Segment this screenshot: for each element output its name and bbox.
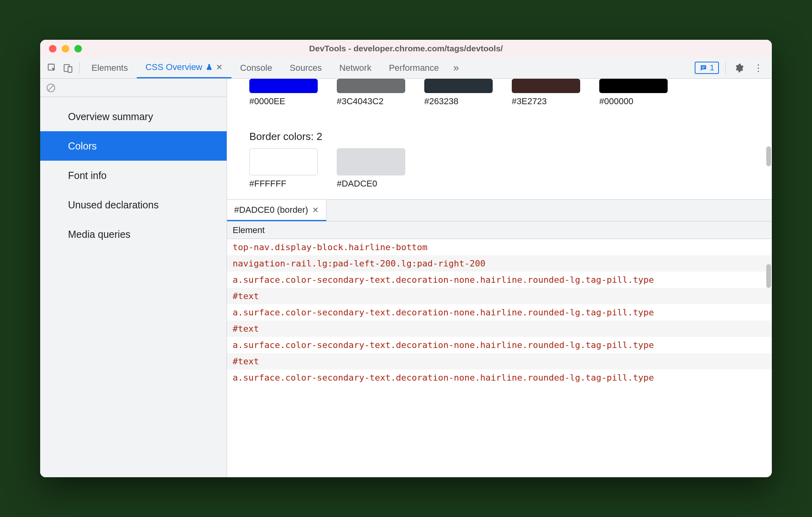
tab-network[interactable]: Network [330, 57, 380, 78]
settings-icon[interactable] [729, 63, 749, 73]
swatch-chip[interactable] [512, 79, 580, 93]
inspect-element-icon[interactable] [44, 60, 60, 76]
element-row[interactable]: a.surface.color-secondary-text.decoratio… [227, 272, 772, 288]
swatch-label: #3E2723 [512, 96, 547, 107]
close-tab-icon[interactable]: ✕ [216, 62, 223, 72]
color-swatch[interactable]: #263238 [424, 79, 493, 107]
tab-label: Network [339, 63, 371, 73]
element-list: top-nav.display-block.hairline-bottomnav… [227, 239, 772, 477]
element-row[interactable]: a.surface.color-secondary-text.decoratio… [227, 337, 772, 353]
swatch-label: #DADCE0 [337, 179, 377, 189]
sidebar-item-label: Media queries [68, 229, 130, 240]
swatch-chip[interactable] [424, 79, 493, 93]
devtools-toolbar: Elements CSS Overview ✕ Console Sources … [40, 57, 772, 79]
panel-tabstrip: Elements CSS Overview ✕ Console Sources … [83, 57, 448, 78]
swatch-chip[interactable] [249, 79, 318, 93]
sidebar-item-label: Unused declarations [68, 199, 159, 211]
element-row[interactable]: #text [227, 288, 772, 304]
color-swatch[interactable]: #3E2723 [512, 79, 580, 107]
swatch-chip[interactable] [337, 148, 405, 175]
tab-console[interactable]: Console [231, 57, 281, 78]
traffic-lights [40, 45, 82, 52]
sidebar-item-label: Font info [68, 170, 107, 181]
tab-elements[interactable]: Elements [83, 57, 137, 78]
sidebar-item-colors[interactable]: Colors [40, 131, 227, 161]
css-overview-sidebar: Overview summary Colors Font info Unused… [40, 79, 227, 477]
scrollbar-thumb[interactable] [766, 146, 771, 166]
element-row[interactable]: a.surface.color-secondary-text.decoratio… [227, 304, 772, 321]
tab-performance[interactable]: Performance [380, 57, 448, 78]
titlebar: DevTools - developer.chrome.com/tags/dev… [40, 40, 772, 57]
sidebar-nav: Overview summary Colors Font info Unused… [40, 97, 227, 249]
element-row[interactable]: top-nav.display-block.hairline-bottom [227, 239, 772, 255]
sidebar-item-font-info[interactable]: Font info [40, 161, 227, 190]
border-swatch-row: #FFFFFF#DADCE0 [227, 148, 772, 199]
window-title: DevTools - developer.chrome.com/tags/dev… [40, 44, 772, 53]
tab-css-overview[interactable]: CSS Overview ✕ [137, 57, 231, 78]
color-swatch[interactable]: #3C4043C2 [337, 79, 405, 107]
more-options-icon[interactable]: ⋮ [749, 62, 768, 74]
color-swatch[interactable]: #0000EE [249, 79, 318, 107]
issues-counter[interactable]: 1 [695, 62, 719, 74]
message-icon [699, 64, 707, 72]
swatch-chip[interactable] [249, 148, 318, 175]
element-row[interactable]: #text [227, 321, 772, 337]
sidebar-item-label: Overview summary [68, 111, 153, 122]
more-tabs-icon[interactable]: » [448, 62, 464, 74]
swatch-label: #0000EE [249, 96, 286, 107]
swatch-label: #000000 [599, 96, 633, 107]
css-overview-main: #0000EE#3C4043C2#263238#3E2723#000000 Bo… [227, 79, 772, 477]
sidebar-item-label: Colors [68, 140, 97, 152]
separator [79, 62, 80, 74]
device-toolbar-icon[interactable] [60, 60, 76, 76]
svg-rect-4 [702, 68, 704, 68]
flask-icon [206, 64, 213, 71]
detail-tabbar: #DADCE0 (border) ✕ [227, 199, 772, 222]
separator [725, 62, 726, 74]
detail-tab[interactable]: #DADCE0 (border) ✕ [227, 200, 326, 221]
color-swatch[interactable]: #DADCE0 [337, 148, 405, 189]
tab-sources[interactable]: Sources [281, 57, 330, 78]
svg-rect-2 [68, 66, 72, 72]
svg-rect-3 [702, 66, 705, 67]
tab-label: Elements [91, 63, 128, 73]
sidebar-item-media-queries[interactable]: Media queries [40, 220, 227, 249]
border-colors-heading: Border colors: 2 [227, 111, 772, 148]
color-swatch[interactable]: #000000 [599, 79, 668, 107]
color-swatch[interactable]: #FFFFFF [249, 148, 318, 189]
swatch-chip[interactable] [337, 79, 405, 93]
zoom-window-button[interactable] [74, 45, 82, 52]
swatch-label: #3C4043C2 [337, 96, 383, 107]
scrollbar-thumb[interactable] [766, 264, 771, 288]
close-detail-tab-icon[interactable]: ✕ [312, 205, 319, 215]
element-row[interactable]: #text [227, 353, 772, 369]
sidebar-item-overview-summary[interactable]: Overview summary [40, 102, 227, 131]
tab-label: Sources [289, 63, 322, 73]
tab-label: Performance [389, 63, 439, 73]
element-column-header: Element [227, 222, 772, 239]
detail-tab-label: #DADCE0 (border) [234, 205, 308, 215]
minimize-window-button[interactable] [62, 45, 69, 52]
color-swatch-row: #0000EE#3C4043C2#263238#3E2723#000000 [227, 79, 772, 111]
tab-label: CSS Overview [146, 62, 202, 72]
devtools-window: DevTools - developer.chrome.com/tags/dev… [40, 40, 772, 477]
swatch-label: #263238 [424, 96, 458, 107]
clear-overview-icon[interactable] [46, 83, 56, 93]
swatch-label: #FFFFFF [249, 179, 286, 189]
close-window-button[interactable] [49, 45, 56, 52]
issues-count: 1 [710, 63, 714, 72]
tab-label: Console [240, 63, 272, 73]
sidebar-toolbar [40, 79, 227, 97]
svg-line-6 [49, 85, 54, 90]
swatch-chip[interactable] [599, 79, 668, 93]
element-row[interactable]: a.surface.color-secondary-text.decoratio… [227, 369, 772, 386]
element-row[interactable]: navigation-rail.lg:pad-left-200.lg:pad-r… [227, 255, 772, 272]
sidebar-item-unused-declarations[interactable]: Unused declarations [40, 190, 227, 220]
